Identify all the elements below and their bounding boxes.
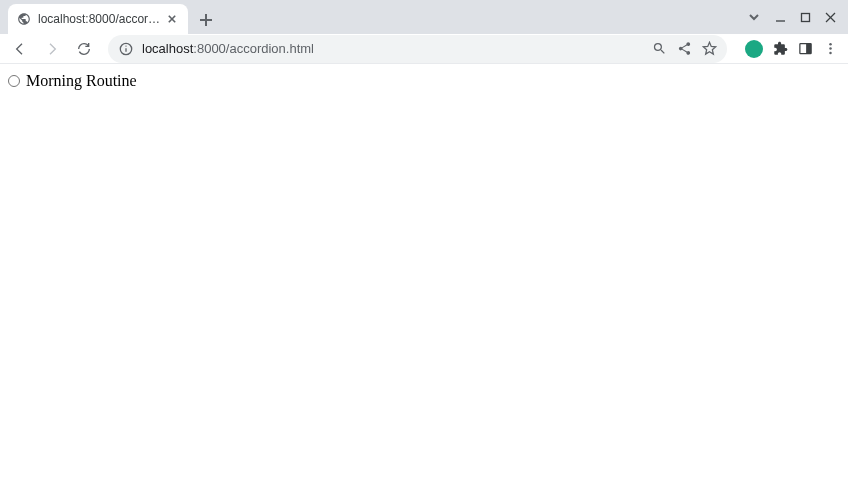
toolbar-right (737, 40, 842, 58)
page-content: Morning Routine (0, 64, 848, 98)
profile-badge[interactable] (745, 40, 763, 58)
svg-point-15 (829, 52, 832, 55)
globe-icon (16, 11, 32, 27)
window-controls (741, 4, 842, 30)
address-bar[interactable]: localhost:8000/accordion.html (108, 35, 727, 63)
minimize-button[interactable] (775, 12, 786, 23)
maximize-button[interactable] (800, 12, 811, 23)
svg-point-13 (829, 43, 832, 46)
reload-button[interactable] (70, 35, 98, 63)
share-icon[interactable] (677, 41, 692, 56)
close-icon[interactable] (164, 11, 180, 27)
extensions-icon[interactable] (773, 41, 788, 56)
new-tab-button[interactable] (192, 6, 220, 34)
routine-radio[interactable] (8, 75, 20, 87)
address-url: localhost:8000/accordion.html (142, 41, 652, 56)
routine-row: Morning Routine (8, 72, 840, 90)
svg-point-10 (125, 45, 126, 46)
kebab-menu-icon[interactable] (823, 41, 838, 56)
address-actions (652, 41, 717, 56)
svg-rect-5 (802, 13, 810, 21)
close-window-button[interactable] (825, 12, 836, 23)
svg-point-14 (829, 47, 832, 50)
side-panel-icon[interactable] (798, 41, 813, 56)
chevron-down-icon[interactable] (747, 10, 761, 24)
toolbar: localhost:8000/accordion.html (0, 34, 848, 64)
browser-tab[interactable]: localhost:8000/accordion.html (8, 4, 188, 34)
bookmark-icon[interactable] (702, 41, 717, 56)
search-icon[interactable] (652, 41, 667, 56)
forward-button[interactable] (38, 35, 66, 63)
url-path: :8000/accordion.html (193, 41, 314, 56)
info-icon[interactable] (118, 41, 134, 57)
tab-bar: localhost:8000/accordion.html (0, 0, 848, 34)
routine-label: Morning Routine (26, 72, 137, 90)
back-button[interactable] (6, 35, 34, 63)
tab-title: localhost:8000/accordion.html (38, 12, 164, 26)
url-host: localhost (142, 41, 193, 56)
browser-chrome: localhost:8000/accordion.html (0, 0, 848, 64)
svg-rect-12 (806, 44, 811, 54)
